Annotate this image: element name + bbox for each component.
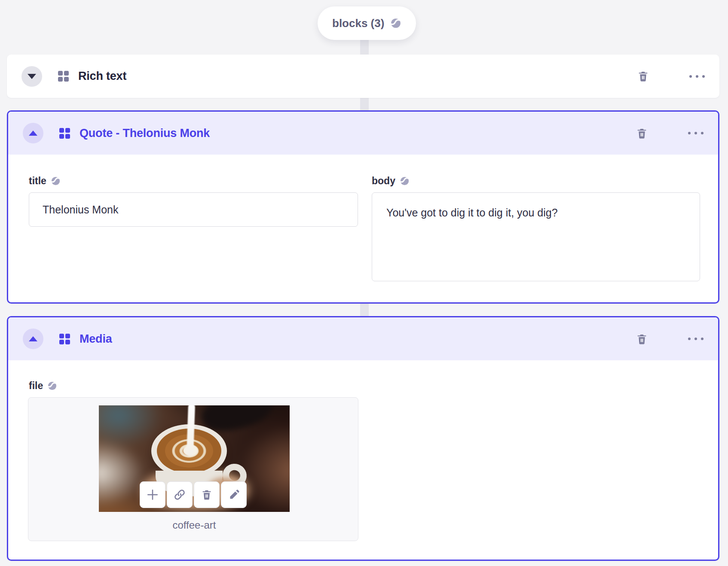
edit-file-button[interactable] <box>221 481 247 508</box>
connector-line <box>360 98 369 110</box>
file-caption: coffee-art <box>99 519 290 531</box>
ellipsis-icon <box>689 75 705 78</box>
chevron-up-icon <box>29 336 37 341</box>
overflow-menu-button[interactable] <box>689 75 705 78</box>
trash-icon <box>636 333 648 345</box>
block-header: Quote - Thelonius Monk <box>8 112 718 155</box>
ellipsis-icon <box>688 132 704 134</box>
block-header: Media <box>8 317 718 360</box>
blocks-icon <box>59 334 70 344</box>
body-textarea[interactable]: You've got to dig it to dig it, you dig? <box>372 192 700 281</box>
blocks-icon <box>58 71 69 82</box>
globe-icon <box>51 176 61 186</box>
globe-icon <box>400 176 410 186</box>
block-header: Rich text <box>7 55 719 98</box>
link-button[interactable] <box>167 481 193 508</box>
field-label-body: body <box>372 175 410 187</box>
field-label-file: file <box>29 380 57 392</box>
field-label-text: file <box>29 380 43 392</box>
field-label-text: body <box>372 175 395 187</box>
header-actions <box>637 69 705 84</box>
delete-file-button[interactable] <box>194 481 220 508</box>
upload-button[interactable] <box>140 481 165 508</box>
chevron-down-icon <box>28 74 36 79</box>
title-input[interactable] <box>29 192 358 227</box>
header-actions <box>636 126 704 140</box>
media-toolbar <box>140 481 247 508</box>
block-title: Media <box>80 332 112 346</box>
blocks-icon <box>59 128 70 139</box>
delete-block-button[interactable] <box>637 70 649 82</box>
overflow-menu-button[interactable] <box>688 132 704 134</box>
overflow-menu-button[interactable] <box>688 338 704 340</box>
delete-block-button[interactable] <box>636 128 648 139</box>
link-icon <box>173 488 186 501</box>
field-label-text: title <box>29 175 46 187</box>
plus-icon <box>146 488 159 501</box>
block-title: Rich text <box>78 70 126 83</box>
header-actions <box>636 332 704 346</box>
blocks-count-label: blocks (3) <box>332 17 384 30</box>
globe-icon <box>47 381 57 391</box>
drag-handle[interactable] <box>663 332 673 346</box>
collapse-toggle-button[interactable] <box>21 66 42 87</box>
drag-handle[interactable] <box>663 126 673 140</box>
connector-line <box>360 302 369 316</box>
pencil-icon <box>228 489 240 501</box>
file-preview-box: coffee-art <box>28 397 358 541</box>
drag-handle[interactable] <box>664 69 674 84</box>
block-card-rich-text: Rich text <box>7 55 719 98</box>
collapse-toggle-button[interactable] <box>23 123 43 143</box>
trash-icon <box>637 70 649 82</box>
ellipsis-icon <box>688 338 704 340</box>
collapse-toggle-button[interactable] <box>23 329 43 349</box>
globe-icon <box>390 18 401 29</box>
blocks-count-pill: blocks (3) <box>318 6 416 40</box>
field-label-title: title <box>29 175 61 187</box>
trash-icon <box>636 128 648 139</box>
block-editor: blocks (3) Rich text <box>0 0 728 566</box>
chevron-up-icon <box>29 131 37 136</box>
block-card-quote: Quote - Thelonius Monk title <box>7 110 719 304</box>
block-card-media: Media file <box>7 316 719 561</box>
delete-block-button[interactable] <box>636 333 648 345</box>
block-title: Quote - Thelonius Monk <box>80 127 210 140</box>
trash-icon <box>201 489 212 500</box>
